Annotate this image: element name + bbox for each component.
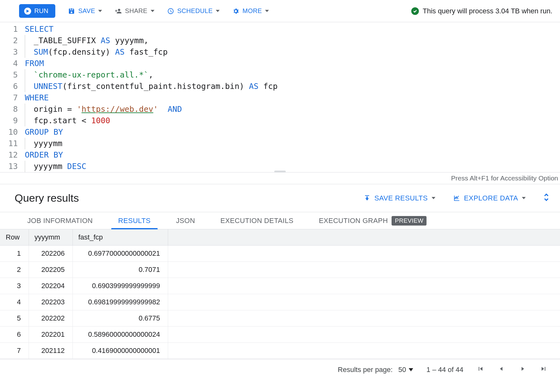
line-number: 10: [0, 126, 25, 138]
col-header-fast-fcp[interactable]: fast_fcp: [72, 229, 168, 246]
results-header: Query results SAVE RESULTS EXPLORE DATA: [0, 184, 560, 212]
more-button[interactable]: MORE: [232, 7, 269, 15]
query-validator-status: This query will process 3.04 TB when run…: [411, 7, 552, 15]
line-number: 3: [0, 46, 25, 58]
code-line[interactable]: 3SUM(fcp.density) AS fast_fcp: [0, 46, 560, 58]
code-line[interactable]: 12ORDER BY: [0, 149, 560, 161]
code-line[interactable]: 2_TABLE_SUFFIX AS yyyymm,: [0, 35, 560, 46]
line-number: 7: [0, 92, 25, 104]
chevron-down-icon: [522, 197, 526, 199]
editor-toolbar: RUN SAVE SHARE SCHEDULE MORE This query …: [0, 0, 560, 22]
table-row[interactable]: 22022050.7071: [0, 262, 560, 278]
cell-yyyymm: 202205: [29, 262, 72, 278]
cell-fast_fcp: 0.69770000000000021: [72, 246, 168, 262]
schedule-button[interactable]: SCHEDULE: [167, 7, 220, 15]
chevron-down-icon: [216, 10, 220, 12]
table-row[interactable]: 12022060.69770000000000021: [0, 246, 560, 262]
line-number: 4: [0, 58, 25, 69]
code-content[interactable]: GROUP BY: [25, 126, 63, 138]
col-header-yyyymm[interactable]: yyyymm: [29, 229, 72, 246]
tab-job-information[interactable]: JOB INFORMATION: [15, 212, 106, 229]
per-page-value: 50: [398, 366, 406, 374]
col-header-row[interactable]: Row: [0, 229, 29, 246]
next-page-button[interactable]: [519, 365, 526, 375]
line-number: 12: [0, 149, 25, 161]
explore-data-button[interactable]: EXPLORE DATA: [453, 194, 526, 202]
explore-data-label: EXPLORE DATA: [464, 194, 518, 202]
results-tabs: JOB INFORMATION RESULTS JSON EXECUTION D…: [0, 212, 560, 229]
share-button[interactable]: SHARE: [115, 7, 154, 15]
per-page-label: Results per page:: [338, 366, 393, 374]
table-row[interactable]: 32022040.6903999999999999: [0, 278, 560, 294]
code-content[interactable]: ORDER BY: [25, 149, 63, 161]
cell-row: 2: [0, 262, 29, 278]
save-button[interactable]: SAVE: [68, 7, 102, 15]
preview-badge: PREVIEW: [392, 216, 427, 226]
first-page-button[interactable]: [477, 365, 484, 375]
run-button[interactable]: RUN: [19, 4, 55, 18]
tab-execution-details[interactable]: EXECUTION DETAILS: [208, 212, 306, 229]
share-label: SHARE: [125, 7, 147, 15]
last-page-button[interactable]: [540, 365, 547, 375]
code-content[interactable]: FROM: [25, 58, 44, 69]
code-content[interactable]: origin = 'https://web.dev' AND: [25, 104, 182, 115]
save-label: SAVE: [78, 7, 95, 15]
code-content[interactable]: _TABLE_SUFFIX AS yyyymm,: [25, 35, 148, 46]
cell-row: 3: [0, 278, 29, 294]
line-number: 8: [0, 104, 25, 115]
code-line[interactable]: 7WHERE: [0, 92, 560, 104]
line-number: 2: [0, 35, 25, 46]
code-line[interactable]: 11yyyymm: [0, 138, 560, 149]
drag-handle[interactable]: [274, 171, 286, 172]
code-line[interactable]: 1SELECT: [0, 24, 560, 35]
code-content[interactable]: UNNEST(first_contentful_paint.histogram.…: [25, 81, 278, 92]
person-add-icon: [115, 8, 122, 15]
code-line[interactable]: 9fcp.start < 1000: [0, 115, 560, 126]
code-line[interactable]: 10GROUP BY: [0, 126, 560, 138]
chart-analytics-icon: [453, 195, 460, 202]
code-line[interactable]: 8origin = 'https://web.dev' AND: [0, 104, 560, 115]
run-label: RUN: [34, 7, 48, 15]
code-line[interactable]: 6UNNEST(first_contentful_paint.histogram…: [0, 81, 560, 92]
save-results-label: SAVE RESULTS: [374, 194, 428, 202]
table-row[interactable]: 52022020.6775: [0, 310, 560, 327]
cell-yyyymm: 202206: [29, 246, 72, 262]
code-content[interactable]: SELECT: [25, 24, 53, 35]
table-row[interactable]: 72021120.4169000000000001: [0, 343, 560, 359]
chevron-down-icon: [98, 10, 102, 12]
per-page-control[interactable]: Results per page: 50: [338, 366, 413, 374]
line-number: 11: [0, 138, 25, 149]
tab-results[interactable]: RESULTS: [106, 212, 163, 229]
prev-page-button[interactable]: [498, 365, 505, 375]
cell-row: 4: [0, 294, 29, 310]
code-line[interactable]: 5`chrome-ux-report.all.*`,: [0, 69, 560, 81]
page-range: 1 – 44 of 44: [427, 366, 463, 374]
save-results-button[interactable]: SAVE RESULTS: [364, 194, 435, 202]
cell-fast_fcp: 0.7071: [72, 262, 168, 278]
cell-row: 6: [0, 327, 29, 343]
code-content[interactable]: SUM(fcp.density) AS fast_fcp: [25, 46, 167, 58]
table-row[interactable]: 62022010.58960000000000024: [0, 327, 560, 343]
code-content[interactable]: WHERE: [25, 92, 49, 104]
code-content[interactable]: yyyymm DESC: [25, 161, 86, 172]
code-content[interactable]: yyyymm: [25, 138, 62, 149]
line-number: 5: [0, 69, 25, 81]
gear-icon: [232, 8, 239, 15]
results-table: Row yyyymm fast_fcp 12022060.69770000000…: [0, 229, 560, 359]
cell-row: 1: [0, 246, 29, 262]
results-table-wrap: Row yyyymm fast_fcp 12022060.69770000000…: [0, 229, 560, 359]
tab-execution-graph[interactable]: EXECUTION GRAPH PREVIEW: [306, 212, 439, 229]
code-line[interactable]: 4FROM: [0, 58, 560, 69]
more-label: MORE: [242, 7, 262, 15]
cell-row: 5: [0, 310, 29, 327]
cell-fast_fcp: 0.58960000000000024: [72, 327, 168, 343]
line-number: 9: [0, 115, 25, 126]
check-circle-icon: [411, 7, 419, 15]
chevron-down-icon: [151, 10, 154, 12]
code-content[interactable]: `chrome-ux-report.all.*`,: [25, 69, 153, 81]
sql-editor[interactable]: 1SELECT2_TABLE_SUFFIX AS yyyymm,3SUM(fcp…: [0, 22, 560, 172]
tab-json[interactable]: JSON: [163, 212, 208, 229]
code-content[interactable]: fcp.start < 1000: [25, 115, 110, 126]
table-row[interactable]: 42022030.69819999999999982: [0, 294, 560, 310]
expand-collapse-icon[interactable]: [543, 193, 549, 203]
